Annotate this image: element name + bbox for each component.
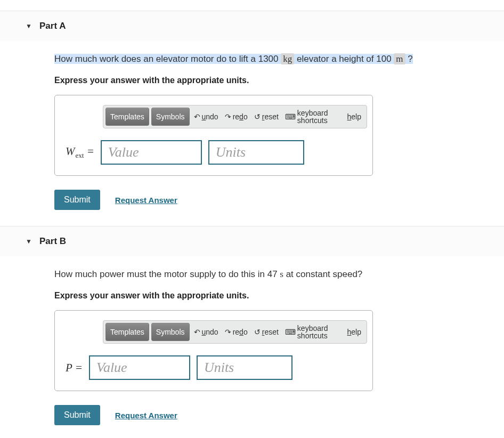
part-a-instruction: Express your answer with the appropriate… [54, 76, 504, 85]
reset-label: reset [262, 328, 279, 336]
variable-label: P = [66, 361, 83, 375]
part-b-answer-panel: Templates Symbols ↶undo ↷redo ↺reset ⌨ke… [54, 310, 373, 391]
reset-icon: ↺ [254, 113, 261, 120]
units-input[interactable]: Units [208, 140, 304, 165]
part-a-header[interactable]: ▼ Part A [0, 11, 504, 41]
value-placeholder: Value [108, 144, 139, 160]
var-main: W [66, 145, 75, 158]
request-answer-link[interactable]: Request Answer [115, 411, 177, 420]
var-sub: ext [76, 151, 84, 159]
formula-toolbar: Templates Symbols ↶undo ↷redo ↺reset ⌨ke… [103, 105, 367, 128]
variable-label: Wext = [66, 145, 94, 160]
undo-icon: ↶ [194, 113, 200, 120]
unit-m: m [394, 53, 405, 64]
answer-row: Wext = Value Units [60, 140, 367, 165]
redo-label: redo [233, 113, 248, 120]
question-text-suffix: ? [405, 54, 413, 64]
reset-icon: ↺ [254, 328, 261, 336]
formula-toolbar: Templates Symbols ↶undo ↷redo ↺reset ⌨ke… [103, 320, 367, 344]
part-a-title: Part A [39, 21, 66, 31]
part-b-question: How much power must the motor supply to … [54, 267, 504, 281]
value-input[interactable]: Value [101, 140, 202, 165]
symbols-label: Symbols [156, 328, 185, 336]
units-input[interactable]: Units [197, 355, 292, 380]
help-button[interactable]: help [345, 113, 363, 120]
templates-label: Templates [110, 112, 144, 121]
value-placeholder: Value [96, 360, 127, 376]
part-b-section: ▼ Part B How much power must the motor s… [26, 226, 504, 425]
unit-kg: kg [281, 53, 294, 64]
keyboard-label: keyboard shortcuts [297, 109, 341, 124]
keyboard-icon: ⌨ [285, 113, 296, 120]
undo-label: undo [202, 113, 218, 120]
symbols-label: Symbols [156, 112, 185, 121]
redo-icon: ↷ [225, 328, 231, 336]
chevron-down-icon: ▼ [26, 22, 32, 30]
redo-button[interactable]: ↷redo [223, 113, 250, 120]
units-placeholder: Units [216, 144, 246, 160]
question-text-mid: elevator a height of 100 [294, 54, 394, 64]
question-text-prefix: How much power must the motor supply to … [54, 269, 280, 279]
redo-label: redo [233, 328, 248, 336]
keyboard-shortcuts-button[interactable]: ⌨keyboard shortcuts [283, 109, 343, 124]
redo-icon: ↷ [225, 113, 231, 120]
part-a-question: How much work does an elevator motor do … [54, 52, 504, 66]
part-a-body: How much work does an elevator motor do … [26, 41, 504, 210]
keyboard-icon: ⌨ [285, 328, 296, 336]
reset-button[interactable]: ↺reset [252, 113, 281, 120]
units-placeholder: Units [204, 360, 234, 376]
question-text-suffix: at constant speed? [283, 269, 362, 279]
part-a-section: ▼ Part A How much work does an elevator … [26, 11, 504, 210]
reset-label: reset [262, 113, 279, 120]
keyboard-shortcuts-button[interactable]: ⌨keyboard shortcuts [283, 325, 343, 339]
help-label: help [347, 113, 361, 120]
reset-button[interactable]: ↺reset [252, 328, 281, 336]
help-label: help [347, 328, 361, 336]
part-b-actions: Submit Request Answer [54, 405, 504, 425]
equals-sign: = [72, 361, 82, 374]
undo-icon: ↶ [194, 328, 200, 336]
part-b-header[interactable]: ▼ Part B [0, 226, 504, 256]
equals-sign: = [84, 145, 94, 158]
submit-button[interactable]: Submit [54, 190, 100, 210]
undo-button[interactable]: ↶undo [192, 328, 221, 336]
keyboard-label: keyboard shortcuts [297, 325, 341, 339]
templates-button[interactable]: Templates [105, 108, 149, 126]
help-button[interactable]: help [345, 328, 363, 336]
submit-button[interactable]: Submit [54, 405, 100, 425]
part-b-title: Part B [39, 236, 66, 247]
symbols-button[interactable]: Symbols [151, 323, 190, 341]
part-b-body: How much power must the motor supply to … [26, 256, 504, 425]
part-b-instruction: Express your answer with the appropriate… [54, 291, 504, 301]
request-answer-link[interactable]: Request Answer [115, 196, 177, 205]
templates-button[interactable]: Templates [105, 323, 149, 341]
part-a-answer-panel: Templates Symbols ↶undo ↷redo ↺reset ⌨ke… [54, 95, 373, 176]
undo-label: undo [202, 328, 218, 336]
redo-button[interactable]: ↷redo [223, 328, 250, 336]
templates-label: Templates [110, 328, 144, 336]
part-a-actions: Submit Request Answer [54, 190, 504, 210]
question-text-prefix: How much work does an elevator motor do … [54, 54, 281, 64]
value-input[interactable]: Value [89, 355, 190, 380]
var-main: P [66, 361, 72, 374]
undo-button[interactable]: ↶undo [192, 113, 221, 120]
answer-row: P = Value Units [60, 355, 367, 380]
unit-s: s [280, 269, 283, 279]
chevron-down-icon: ▼ [26, 238, 32, 245]
symbols-button[interactable]: Symbols [151, 108, 190, 126]
